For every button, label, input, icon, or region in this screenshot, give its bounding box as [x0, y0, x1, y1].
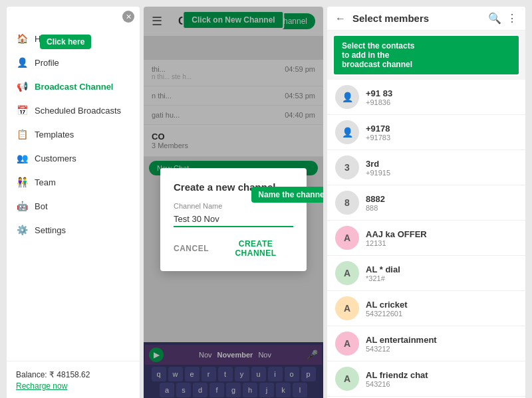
contact-item[interactable]: A AL * dial *321# [327, 256, 525, 291]
avatar: A [335, 226, 359, 250]
contact-item[interactable]: 8 8882 888 [327, 185, 525, 221]
sidebar-item-templates[interactable]: 📋 Templates [7, 122, 140, 146]
select-contacts-bubble: Select the contactsto add in thebroadcas… [332, 35, 520, 76]
contact-name: AL friendz chat [366, 370, 428, 380]
avatar: A [335, 261, 359, 285]
team-icon: 👫 [16, 176, 28, 188]
avatar: 👤 [335, 85, 359, 109]
left-panel-header: ✕ [7, 7, 140, 27]
contact-name: AL entertainment [366, 335, 437, 345]
cancel-button[interactable]: CANCEL [174, 239, 209, 258]
contact-info: 8882 888 [366, 194, 385, 212]
contact-name: +91 83 [366, 88, 392, 98]
settings-icon: ⚙️ [16, 224, 28, 236]
right-panel: ← Select members 🔍 ⋮ Select the contacts… [327, 7, 525, 398]
recharge-link[interactable]: Recharge now [16, 381, 130, 391]
sidebar-item-label: Team [35, 177, 56, 187]
avatar: A [335, 296, 359, 320]
logout-item[interactable]: ⏻ Logout [7, 395, 140, 398]
contact-info: 3rd +91915 [366, 159, 390, 177]
contact-item[interactable]: 3 3rd +91915 [327, 150, 525, 185]
contact-sub: 888 [366, 204, 385, 212]
customers-icon: 👥 [16, 152, 28, 164]
sidebar-item-label: Customers [35, 153, 76, 163]
contact-sub: 543212601 [366, 310, 408, 318]
modal-overlay: Create a new channel Channel Name Name t… [144, 7, 323, 398]
templates-icon: 📋 [16, 128, 28, 140]
contact-sub: 543212 [366, 345, 437, 353]
sidebar-item-label: Profile [35, 58, 59, 68]
sidebar-item-scheduled[interactable]: 📅 Scheduled Broadcasts [7, 98, 140, 122]
sidebar-item-broadcast[interactable]: 📢 Broadcast Channel [7, 74, 140, 98]
right-panel-title: Select members [352, 13, 481, 24]
sidebar-item-label: Bot [35, 201, 48, 211]
contact-info: +91 83 +91836 [366, 88, 392, 106]
contact-item[interactable]: A AL cricket 543212601 [327, 291, 525, 326]
contact-info: AL cricket 543212601 [366, 300, 408, 318]
sidebar-item-label: Broadcast Channel [35, 82, 113, 92]
sidebar-item-settings[interactable]: ⚙️ Settings [7, 218, 140, 242]
search-icon[interactable]: 🔍 [488, 12, 501, 25]
avatar: 3 [335, 155, 359, 179]
main-container: ✕ Click here 🏠 Home 👤 Profile 📢 Broadcas… [0, 0, 532, 398]
contact-name: AL * dial [366, 264, 400, 274]
home-icon: 🏠 [16, 33, 28, 45]
contact-sub: 12131 [366, 239, 427, 247]
contact-name: AL cricket [366, 300, 408, 310]
middle-panel: ☰ Channels ✦ New Channel Click on New Ch… [144, 7, 323, 398]
contact-info: +9178 +91783 [366, 124, 390, 142]
sidebar-item-label: Scheduled Broadcasts [35, 106, 121, 116]
sidebar-item-label: Templates [35, 130, 74, 140]
click-here-bubble: Click here [40, 35, 91, 49]
name-channel-bubble: Name the channel [251, 187, 323, 203]
sidebar-item-team[interactable]: 👫 Team [7, 170, 140, 194]
right-header: ← Select members 🔍 ⋮ [327, 7, 525, 31]
contact-info: AL * dial *321# [366, 264, 400, 282]
contact-item[interactable]: A AAJ ka OFFER 12131 [327, 221, 525, 256]
modal-box: Create a new channel Channel Name Name t… [160, 168, 307, 271]
contact-info: AAJ ka OFFER 12131 [366, 229, 427, 247]
contact-sub: +91915 [366, 169, 390, 177]
back-button[interactable]: ← [335, 13, 346, 25]
profile-icon: 👤 [16, 56, 28, 68]
left-panel: ✕ Click here 🏠 Home 👤 Profile 📢 Broadcas… [7, 7, 140, 398]
modal-actions: CANCEL CREATE CHANNEL [174, 239, 293, 258]
contact-sub: *321# [366, 274, 400, 282]
contact-item[interactable]: A AL friendz chat 543216 [327, 361, 525, 397]
avatar: A [335, 367, 359, 391]
bot-icon: 🤖 [16, 200, 28, 212]
right-actions: 🔍 ⋮ [488, 12, 517, 25]
contact-info: AL friendz chat 543216 [366, 370, 428, 388]
balance-section: Balance: ₹ 48158.62 Recharge now [7, 361, 140, 395]
contact-name: AAJ ka OFFER [366, 229, 427, 239]
sidebar-item-customers[interactable]: 👥 Customers [7, 146, 140, 170]
create-channel-button[interactable]: CREATE CHANNEL [218, 239, 293, 258]
contact-sub: 543216 [366, 380, 428, 388]
broadcast-icon: 📢 [16, 80, 28, 92]
channel-name-input[interactable] [174, 212, 293, 227]
avatar: 👤 [335, 120, 359, 144]
contact-sub: +91783 [366, 134, 390, 142]
sidebar-item-bot[interactable]: 🤖 Bot [7, 194, 140, 218]
contact-item[interactable]: 👤 +91 83 +91836 [327, 80, 525, 115]
scheduled-icon: 📅 [16, 104, 28, 116]
modal-field-label: Channel Name [174, 202, 293, 210]
contact-item[interactable]: 👤 +9178 +91783 [327, 115, 525, 150]
select-contacts-label: Select the contactsto add in thebroadcas… [342, 41, 414, 69]
contact-item[interactable]: A AL entertainment 543212 [327, 326, 525, 361]
contact-name: 8882 [366, 194, 385, 204]
more-options-icon[interactable]: ⋮ [507, 12, 517, 25]
balance-text: Balance: ₹ 48158.62 [16, 370, 90, 379]
contact-name: +9178 [366, 124, 390, 134]
contact-info: AL entertainment 543212 [366, 335, 437, 353]
contact-name: 3rd [366, 159, 390, 169]
avatar: 8 [335, 191, 359, 215]
sidebar-item-label: Settings [35, 225, 66, 235]
sidebar-item-profile[interactable]: 👤 Profile [7, 50, 140, 74]
avatar: A [335, 332, 359, 355]
contact-sub: +91836 [366, 98, 392, 106]
contact-list: 👤 +91 83 +91836 👤 +9178 +91783 3 3rd +91… [327, 80, 525, 398]
close-button[interactable]: ✕ [122, 11, 134, 23]
